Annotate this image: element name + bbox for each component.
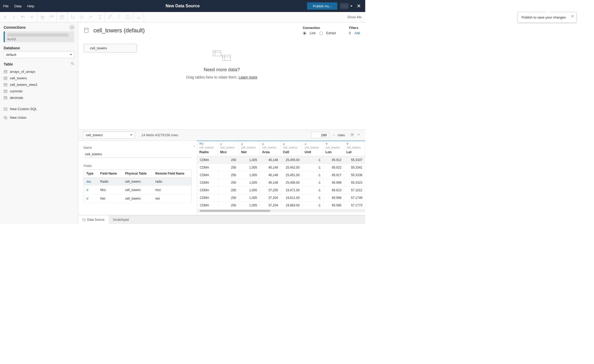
table-search-icon[interactable] bbox=[71, 62, 74, 66]
horizontal-scrollbar[interactable] bbox=[197, 209, 365, 212]
highlight-icon[interactable] bbox=[107, 15, 113, 20]
grid-table-caret-icon bbox=[130, 134, 132, 136]
learn-more-link[interactable]: Learn more bbox=[239, 75, 257, 79]
svg-point-2 bbox=[71, 62, 73, 64]
relate-tables-icon bbox=[186, 49, 257, 63]
fields-th-remote[interactable]: Remote Field Name bbox=[153, 170, 191, 178]
data-row[interactable]: CDMA2501,00537,20419,811.00-165.56857.17… bbox=[197, 194, 365, 202]
fit-icon[interactable] bbox=[125, 15, 130, 20]
filters-count: 0 bbox=[349, 31, 351, 35]
add-connection-icon[interactable]: + bbox=[70, 25, 74, 30]
close-icon[interactable]: ✕ bbox=[355, 3, 363, 9]
filters-add-link[interactable]: Add bbox=[355, 31, 360, 35]
database-select[interactable]: default bbox=[4, 51, 74, 58]
data-column-header[interactable]: #cell_towersCell bbox=[281, 141, 302, 156]
fields-row[interactable]: AbcRadiocell_towersradio bbox=[84, 178, 192, 186]
grid-table-select[interactable]: cell_towers bbox=[83, 132, 135, 139]
sidebar: Connections + MySQL Database default Tab… bbox=[0, 22, 78, 224]
data-column-header[interactable]: #cell_towersArea bbox=[260, 141, 281, 156]
back-icon[interactable] bbox=[3, 15, 8, 20]
connection-extract-radio[interactable] bbox=[319, 32, 323, 35]
fields-th-type[interactable]: Type bbox=[84, 170, 98, 178]
menu-file[interactable]: File bbox=[3, 4, 9, 8]
canvas-drop-area[interactable]: cell_towers Need more data? Drag tables … bbox=[78, 39, 365, 129]
collapse-metadata-icon[interactable]: ‹ bbox=[194, 144, 195, 148]
data-row[interactable]: CDMA2501,00537,20419,863.00-165.56557.17… bbox=[197, 202, 365, 209]
connection-item[interactable]: MySQL bbox=[4, 31, 74, 42]
data-column-header[interactable]: #cell_towersUnit bbox=[302, 141, 323, 156]
svg-rect-13 bbox=[223, 55, 230, 61]
data-column-header[interactable]: #cell_towersNet bbox=[239, 141, 260, 156]
undo-icon[interactable] bbox=[20, 15, 26, 20]
data-column-header[interactable]: ⊕cell_towersLon bbox=[323, 141, 344, 156]
data-column-header[interactable]: ⊕cell_towersLat bbox=[344, 141, 365, 156]
connections-label: Connections bbox=[4, 25, 26, 29]
tab-data-source[interactable]: Data Source bbox=[78, 215, 109, 224]
tooltip-text: Publish to save your changes bbox=[521, 15, 566, 19]
union-icon bbox=[4, 116, 7, 119]
data-row[interactable]: CDMA2501,00545,14825,455.00-185.91255.33… bbox=[197, 156, 365, 164]
sort-desc-icon[interactable] bbox=[88, 15, 93, 20]
rows-label: rows bbox=[338, 133, 345, 137]
database-caret-icon bbox=[70, 54, 72, 55]
user-avatar[interactable] bbox=[340, 3, 349, 9]
data-column-header[interactable]: #cell_towersMcc bbox=[218, 141, 239, 156]
tooltip-close-icon[interactable]: ✕ bbox=[571, 14, 574, 19]
sort-asc-icon[interactable] bbox=[79, 15, 84, 20]
swap-icon[interactable] bbox=[70, 15, 75, 20]
forward-icon[interactable] bbox=[11, 15, 17, 20]
show-me-button[interactable]: Show Me bbox=[344, 15, 365, 19]
undo-dropdown-icon[interactable] bbox=[29, 15, 34, 20]
data-row[interactable]: CDMA2501,00545,14825,452.00-185.92255.33… bbox=[197, 164, 365, 171]
fields-th-name[interactable]: Field Name bbox=[98, 170, 122, 178]
new-union[interactable]: New Union bbox=[2, 114, 76, 121]
publish-as-button[interactable]: Publish As... bbox=[307, 2, 337, 10]
table-item[interactable]: decimals bbox=[2, 94, 76, 101]
table-item-label: commits bbox=[10, 89, 22, 93]
connection-live-radio[interactable] bbox=[303, 32, 306, 35]
svg-rect-6 bbox=[4, 90, 7, 92]
fields-th-phys[interactable]: Physical Table bbox=[122, 170, 153, 178]
table-item-label: cell_towers_view2 bbox=[10, 83, 38, 87]
datasource-title[interactable]: cell_towers (default) bbox=[93, 27, 145, 34]
grid-expand-icon[interactable] bbox=[357, 133, 361, 137]
new-union-label: New Union bbox=[10, 116, 27, 120]
table-item[interactable]: cell_towers_view2 bbox=[2, 81, 76, 88]
svg-rect-3 bbox=[4, 70, 7, 73]
database-label: Database bbox=[4, 46, 20, 50]
rows-input[interactable] bbox=[311, 132, 329, 138]
chart-icon[interactable] bbox=[136, 15, 141, 20]
data-preview[interactable]: Abccell_towersRadio#cell_towersMcc#cell_… bbox=[197, 141, 365, 215]
rows-arrow-icon[interactable]: → bbox=[332, 133, 335, 137]
data-row[interactable]: CDMA2501,00545,14825,451.00-185.91755.33… bbox=[197, 171, 365, 179]
new-worksheet-icon[interactable] bbox=[59, 15, 65, 20]
connection-live-label: Live bbox=[310, 31, 316, 35]
table-item[interactable]: commits bbox=[2, 88, 76, 94]
user-menu-caret-icon[interactable] bbox=[350, 5, 352, 7]
data-row[interactable]: CDMA2501,00537,20519,471.00-165.61357.10… bbox=[197, 187, 365, 194]
text-icon[interactable] bbox=[116, 15, 122, 20]
meta-name-label: Name bbox=[83, 146, 192, 150]
table-item-label: arrays_of_arrays bbox=[10, 70, 35, 74]
meta-name-value[interactable]: cell_towers bbox=[83, 151, 192, 158]
data-column-header[interactable]: Abccell_towersRadio bbox=[197, 141, 218, 156]
new-custom-sql[interactable]: New Custom SQL bbox=[2, 106, 76, 112]
connection-extract-label: Extract bbox=[326, 31, 336, 35]
table-item-label: cell_towers bbox=[10, 76, 27, 80]
fields-row[interactable]: #Netcell_towersnet bbox=[84, 194, 192, 203]
table-item[interactable]: cell_towers bbox=[2, 75, 76, 81]
totals-icon[interactable] bbox=[97, 15, 102, 20]
grid-settings-icon[interactable] bbox=[350, 133, 354, 138]
data-row[interactable]: CDMA2501,00545,14825,456.00-185.89955.33… bbox=[197, 179, 365, 187]
save-icon[interactable] bbox=[40, 15, 45, 20]
table-item[interactable]: arrays_of_arrays bbox=[2, 68, 76, 75]
menu-data[interactable]: Data bbox=[14, 4, 21, 8]
canvas-area: cell_towers (default) Connection Live Ex… bbox=[78, 22, 365, 224]
refresh-icon[interactable] bbox=[49, 15, 54, 20]
canvas-table-pill[interactable]: cell_towers bbox=[83, 44, 137, 52]
fields-row[interactable]: #Mcccell_towersmcc bbox=[84, 186, 192, 194]
sql-icon bbox=[4, 108, 7, 111]
tab-scratchpad[interactable]: Scratchpad bbox=[109, 215, 133, 224]
menu-help[interactable]: Help bbox=[27, 4, 34, 8]
grid-table-select-value: cell_towers bbox=[86, 133, 103, 137]
